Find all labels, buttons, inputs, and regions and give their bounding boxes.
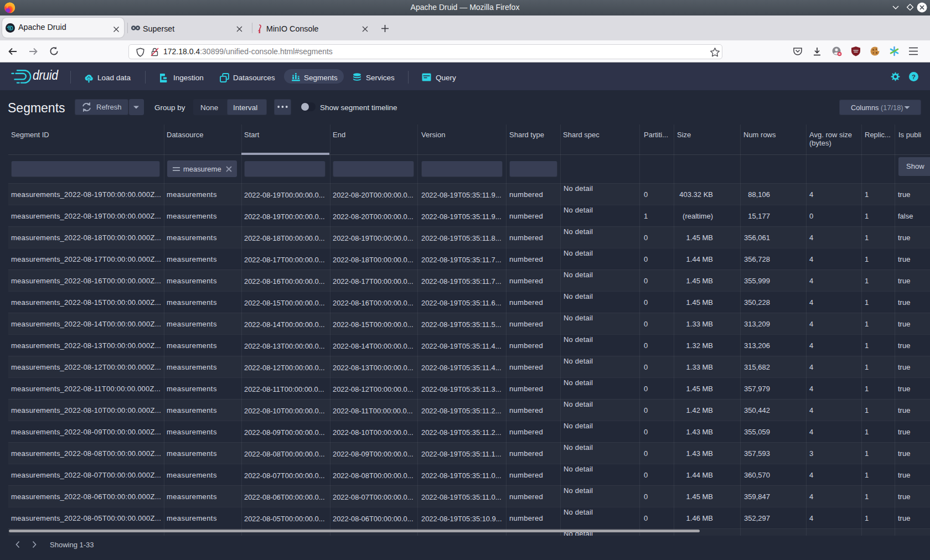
svg-text:?: ? (912, 74, 916, 80)
